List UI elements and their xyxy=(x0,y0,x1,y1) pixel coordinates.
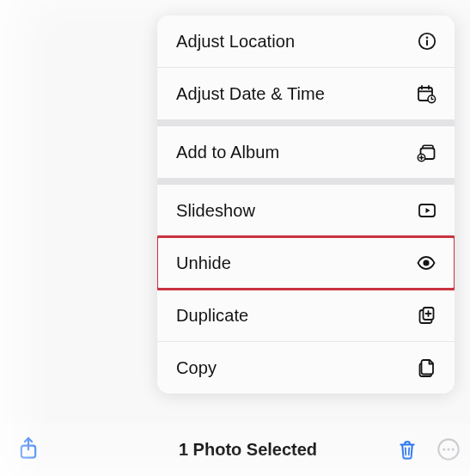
copy-icon xyxy=(413,357,437,378)
calendar-clock-icon xyxy=(413,83,437,104)
menu-item-unhide[interactable]: Unhide xyxy=(157,236,455,289)
menu-item-add-to-album[interactable]: Add to Album xyxy=(157,126,455,178)
menu-separator xyxy=(157,178,455,185)
menu-item-label: Add to Album xyxy=(176,143,413,162)
menu-item-label: Unhide xyxy=(176,253,413,273)
menu-item-adjust-location[interactable]: Adjust Location xyxy=(157,15,455,67)
menu-group: Add to Album xyxy=(157,126,455,178)
menu-group: Slideshow Unhide Duplicate Copy xyxy=(157,185,455,394)
menu-item-slideshow[interactable]: Slideshow xyxy=(157,185,455,236)
duplicate-icon xyxy=(413,305,437,326)
menu-separator xyxy=(157,119,455,126)
trash-button[interactable] xyxy=(393,435,422,464)
share-button[interactable] xyxy=(14,433,43,462)
menu-item-label: Copy xyxy=(176,358,413,378)
menu-item-duplicate[interactable]: Duplicate xyxy=(157,289,455,341)
info-icon xyxy=(413,31,437,52)
eye-icon xyxy=(413,253,437,273)
bottom-toolbar: 1 Photo Selected xyxy=(0,423,470,476)
album-add-icon xyxy=(413,142,437,162)
more-button[interactable] xyxy=(434,435,463,464)
toolbar-right xyxy=(393,435,463,464)
menu-item-label: Slideshow xyxy=(176,201,413,221)
context-menu: Adjust Location Adjust Date & Time Add t… xyxy=(157,15,455,394)
play-rect-icon xyxy=(413,200,437,221)
menu-item-adjust-date-time[interactable]: Adjust Date & Time xyxy=(157,67,455,119)
menu-item-label: Duplicate xyxy=(176,306,413,326)
menu-item-label: Adjust Location xyxy=(176,32,413,52)
menu-item-label: Adjust Date & Time xyxy=(176,84,413,104)
menu-item-copy[interactable]: Copy xyxy=(157,341,455,394)
menu-group: Adjust Location Adjust Date & Time xyxy=(157,15,455,119)
